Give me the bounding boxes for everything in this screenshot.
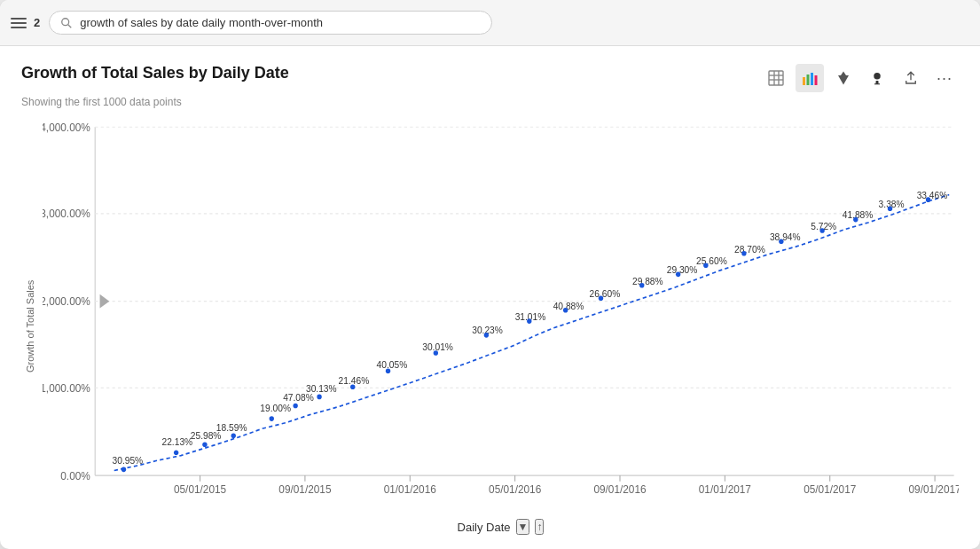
svg-text:29.88%: 29.88% bbox=[632, 276, 663, 286]
svg-marker-24 bbox=[100, 294, 110, 309]
table-icon bbox=[768, 70, 784, 86]
svg-rect-2 bbox=[769, 71, 783, 85]
svg-text:30.01%: 30.01% bbox=[422, 341, 453, 351]
chart-header: Growth of Total Sales by Daily Date bbox=[21, 64, 959, 92]
chart-area: Growth of Total Sales bbox=[21, 117, 959, 535]
svg-point-76 bbox=[563, 308, 568, 313]
chart-footer: Daily Date ▼ ↑ bbox=[43, 515, 959, 535]
svg-text:38.94%: 38.94% bbox=[770, 232, 801, 242]
svg-text:21.46%: 21.46% bbox=[339, 376, 370, 386]
chart-view-button[interactable] bbox=[796, 64, 824, 92]
app-window: 2 growth of sales by date daily month-ov… bbox=[0, 0, 980, 549]
svg-point-77 bbox=[599, 295, 603, 301]
svg-point-73 bbox=[434, 350, 438, 356]
svg-text:05/01/2017: 05/01/2017 bbox=[804, 483, 856, 496]
svg-point-65 bbox=[174, 450, 178, 455]
pin-icon bbox=[835, 70, 851, 86]
svg-text:4,000.00%: 4,000.00% bbox=[43, 121, 90, 133]
svg-point-84 bbox=[853, 217, 858, 223]
svg-point-68 bbox=[270, 416, 274, 421]
svg-text:09/01/2017: 09/01/2017 bbox=[909, 483, 959, 496]
svg-text:18.59%: 18.59% bbox=[216, 422, 247, 432]
content-area: Growth of Total Sales by Daily Date bbox=[0, 46, 980, 549]
svg-text:25.60%: 25.60% bbox=[696, 256, 727, 266]
svg-text:47.08%: 47.08% bbox=[283, 393, 314, 403]
svg-text:05/01/2016: 05/01/2016 bbox=[489, 483, 541, 496]
bulb-icon bbox=[869, 70, 885, 86]
svg-point-81 bbox=[741, 251, 746, 256]
svg-point-82 bbox=[779, 239, 783, 245]
svg-text:30.13%: 30.13% bbox=[306, 384, 337, 394]
svg-text:01/01/2016: 01/01/2016 bbox=[384, 483, 436, 496]
svg-text:01/01/2017: 01/01/2017 bbox=[699, 483, 751, 496]
chart-icon bbox=[802, 70, 818, 86]
svg-point-74 bbox=[484, 333, 489, 338]
svg-text:40.05%: 40.05% bbox=[377, 360, 408, 370]
svg-point-0 bbox=[62, 18, 69, 25]
toolbar-left: 2 bbox=[11, 16, 40, 29]
svg-point-86 bbox=[926, 197, 930, 202]
chart-title: Growth of Total Sales by Daily Date bbox=[21, 64, 289, 82]
insights-button[interactable] bbox=[863, 64, 891, 92]
svg-point-69 bbox=[293, 404, 297, 409]
chart-subtitle: Showing the first 1000 data points bbox=[21, 96, 959, 108]
menu-icon[interactable] bbox=[11, 18, 27, 28]
share-icon bbox=[903, 70, 919, 86]
svg-rect-7 bbox=[803, 77, 805, 85]
chevron-down-icon: ▼ bbox=[518, 521, 529, 533]
svg-text:2,000.00%: 2,000.00% bbox=[43, 295, 90, 308]
count-badge: 2 bbox=[34, 16, 40, 29]
svg-text:05/01/2015: 05/01/2015 bbox=[174, 483, 226, 496]
share-button[interactable] bbox=[897, 64, 925, 92]
svg-point-66 bbox=[202, 442, 207, 447]
svg-text:1,000.00%: 1,000.00% bbox=[43, 382, 90, 395]
search-query-text: growth of sales by date daily month-over… bbox=[80, 16, 323, 29]
svg-text:09/01/2015: 09/01/2015 bbox=[278, 483, 331, 496]
svg-text:28.70%: 28.70% bbox=[734, 244, 765, 254]
pin-button[interactable] bbox=[829, 64, 858, 92]
svg-text:33.46%: 33.46% bbox=[917, 191, 948, 200]
svg-rect-10 bbox=[815, 75, 818, 85]
svg-text:29.30%: 29.30% bbox=[667, 265, 698, 275]
svg-point-79 bbox=[676, 272, 680, 278]
dimension-dropdown-button[interactable]: ▼ bbox=[516, 519, 530, 535]
svg-point-67 bbox=[231, 433, 236, 438]
svg-point-64 bbox=[122, 467, 126, 473]
svg-text:30.95%: 30.95% bbox=[113, 455, 144, 465]
more-dots-icon: ··· bbox=[937, 70, 953, 86]
svg-rect-9 bbox=[811, 73, 813, 85]
svg-rect-8 bbox=[807, 75, 810, 85]
search-icon bbox=[60, 17, 73, 29]
svg-point-85 bbox=[888, 206, 892, 211]
svg-point-71 bbox=[350, 384, 355, 389]
chart-canvas: 4,000.00% 3,000.00% 2,000.00% 1,000.00% … bbox=[43, 117, 959, 515]
sort-asc-icon: ↑ bbox=[537, 521, 542, 533]
svg-text:26.60%: 26.60% bbox=[590, 289, 621, 299]
svg-text:22.13%: 22.13% bbox=[162, 437, 193, 447]
svg-line-1 bbox=[68, 24, 72, 27]
svg-text:19.00%: 19.00% bbox=[260, 404, 291, 413]
svg-point-11 bbox=[874, 73, 881, 80]
svg-text:09/01/2016: 09/01/2016 bbox=[593, 483, 646, 496]
svg-point-70 bbox=[317, 395, 321, 400]
sort-button[interactable]: ↑ bbox=[535, 519, 544, 535]
svg-text:3,000.00%: 3,000.00% bbox=[43, 208, 90, 220]
svg-point-78 bbox=[639, 283, 644, 288]
svg-point-75 bbox=[527, 318, 531, 324]
chart-inner: 4,000.00% 3,000.00% 2,000.00% 1,000.00% … bbox=[43, 117, 959, 535]
line-chart-svg: 4,000.00% 3,000.00% 2,000.00% 1,000.00% … bbox=[43, 117, 959, 515]
chart-actions: ··· bbox=[762, 64, 959, 92]
x-axis-dimension-label: Daily Date bbox=[458, 521, 511, 534]
svg-text:40.88%: 40.88% bbox=[553, 301, 584, 310]
svg-point-83 bbox=[819, 228, 824, 233]
search-bar[interactable]: growth of sales by date daily month-over… bbox=[49, 11, 492, 35]
svg-text:0.00%: 0.00% bbox=[60, 469, 90, 482]
table-view-button[interactable] bbox=[762, 64, 790, 92]
svg-point-72 bbox=[386, 368, 390, 373]
more-button[interactable]: ··· bbox=[930, 64, 959, 92]
toolbar: 2 growth of sales by date daily month-ov… bbox=[0, 0, 980, 46]
svg-point-80 bbox=[703, 263, 708, 268]
y-axis-label: Growth of Total Sales bbox=[21, 117, 39, 535]
